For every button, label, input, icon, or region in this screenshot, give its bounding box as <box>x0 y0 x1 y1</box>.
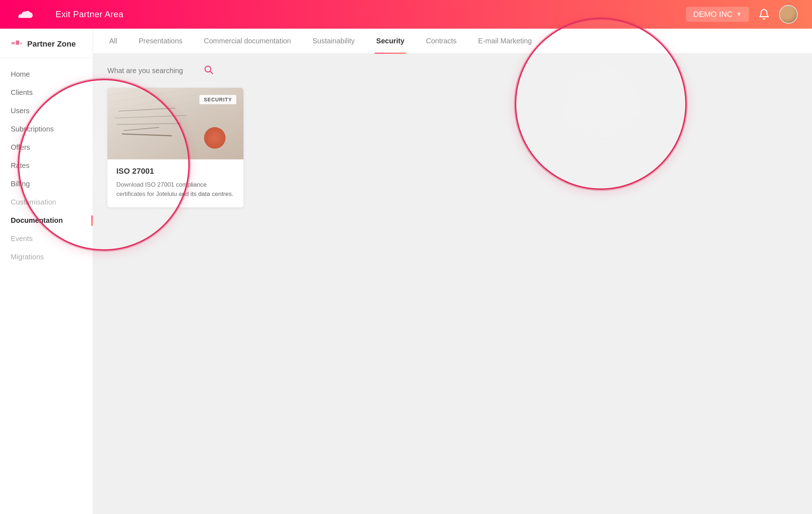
tab-security[interactable]: Security <box>374 29 406 54</box>
logo-icon <box>14 7 34 21</box>
doc-card-description: Download ISO 27001 compliance certificat… <box>116 180 235 198</box>
svg-rect-2 <box>20 43 22 44</box>
doc-card-image: SECURITY <box>107 88 243 159</box>
logo <box>14 7 34 21</box>
notification-bell-icon[interactable] <box>756 6 772 22</box>
main-content: All Presentations Commercial documentati… <box>93 29 812 514</box>
sidebar-zone-header: Partner Zone <box>0 39 93 58</box>
tab-sustainability[interactable]: Sustainability <box>311 29 357 54</box>
svg-line-4 <box>210 71 212 73</box>
search-input[interactable] <box>107 67 198 75</box>
sidebar-item-offers[interactable]: Offers <box>0 138 93 157</box>
sidebar-item-migrations[interactable]: Migrations <box>0 248 93 266</box>
doc-security-badge: SECURITY <box>199 95 236 104</box>
sidebar-item-rates[interactable]: Rates <box>0 157 93 175</box>
content-area: SECURITY ISO 27001 Download ISO 27001 co… <box>93 84 812 222</box>
doc-card-body: ISO 27001 Download ISO 27001 compliance … <box>107 159 243 207</box>
company-dropdown-arrow: ▼ <box>736 11 742 18</box>
sidebar-item-clients[interactable]: Clients <box>0 83 93 102</box>
avatar[interactable] <box>779 5 798 24</box>
exit-partner-area-button[interactable]: Exit Partner Area <box>55 9 124 19</box>
tabs-nav: All Presentations Commercial documentati… <box>93 29 812 54</box>
partner-zone-icon <box>11 40 23 48</box>
tab-all[interactable]: All <box>107 29 119 54</box>
company-name: DEMO INC <box>693 10 733 19</box>
sidebar-item-billing[interactable]: Billing <box>0 175 93 193</box>
header-right: DEMO INC ▼ <box>686 5 798 24</box>
sidebar-item-customisation[interactable]: Customisation <box>0 193 93 211</box>
sidebar-zone-label: Partner Zone <box>27 39 76 49</box>
sidebar-item-users[interactable]: Users <box>0 102 93 120</box>
doc-card-title: ISO 27001 <box>116 167 235 176</box>
doc-card-iso27001[interactable]: SECURITY ISO 27001 Download ISO 27001 co… <box>107 88 243 207</box>
search-bar <box>93 54 812 84</box>
avatar-image <box>780 6 797 23</box>
svg-rect-0 <box>11 42 15 44</box>
tab-presentations[interactable]: Presentations <box>137 29 184 54</box>
doc-stamp-icon <box>204 127 226 149</box>
sidebar: Partner Zone Home Clients Users Subscrip… <box>0 29 93 514</box>
sidebar-item-documentation[interactable]: Documentation <box>0 211 93 230</box>
app-header: Exit Partner Area DEMO INC ▼ <box>0 0 812 29</box>
svg-rect-1 <box>16 40 19 45</box>
sidebar-item-events[interactable]: Events <box>0 230 93 248</box>
tab-email-marketing[interactable]: E-mail Marketing <box>476 29 533 54</box>
tab-contracts[interactable]: Contracts <box>424 29 459 54</box>
tab-commercial[interactable]: Commercial documentation <box>202 29 293 54</box>
search-icon[interactable] <box>203 64 213 77</box>
sidebar-item-home[interactable]: Home <box>0 65 93 83</box>
sidebar-item-subscriptions[interactable]: Subscriptions <box>0 120 93 138</box>
company-selector[interactable]: DEMO INC ▼ <box>686 7 749 22</box>
